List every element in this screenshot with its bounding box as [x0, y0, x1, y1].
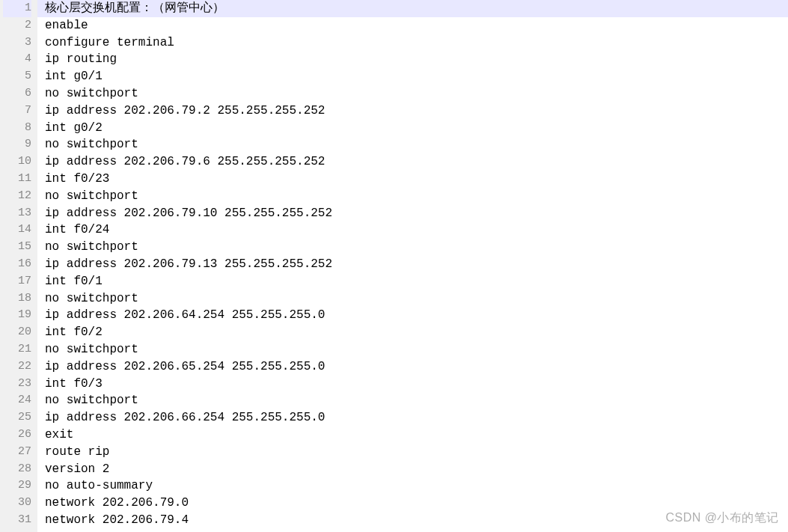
line-number: 13	[3, 205, 31, 222]
line-number: 6	[3, 85, 31, 103]
line-number: 7	[3, 103, 31, 120]
line-number: 23	[3, 376, 31, 393]
code-line[interactable]: int f0/24	[45, 221, 788, 239]
line-number: 19	[3, 307, 31, 324]
code-line[interactable]: version 2	[45, 461, 788, 478]
line-number: 26	[3, 426, 31, 444]
line-number: 9	[3, 136, 31, 153]
line-number: 27	[3, 444, 31, 461]
code-line[interactable]: ip address 202.206.64.254 255.255.255.0	[45, 307, 788, 324]
code-line[interactable]: 核心层交换机配置：（网管中心）	[37, 0, 788, 17]
code-line[interactable]: no switchport	[45, 85, 788, 103]
code-line[interactable]: ip address 202.206.65.254 255.255.255.0	[45, 358, 788, 376]
code-line[interactable]: ip address 202.206.79.13 255.255.255.252	[45, 256, 788, 273]
code-line[interactable]: network 202.206.79.0	[45, 495, 788, 512]
line-number: 29	[3, 477, 31, 495]
line-number-gutter: 1234567891011121314151617181920212223242…	[0, 0, 37, 532]
line-number: 1	[3, 0, 31, 17]
line-number: 22	[3, 358, 31, 376]
line-number: 10	[3, 153, 31, 171]
line-number: 12	[3, 188, 31, 205]
line-number: 25	[3, 409, 31, 426]
line-number: 30	[3, 495, 31, 512]
code-line[interactable]: int f0/3	[45, 376, 788, 393]
line-number: 11	[3, 171, 31, 188]
line-number: 24	[3, 392, 31, 409]
line-number: 17	[3, 273, 31, 290]
line-number: 28	[3, 461, 31, 478]
line-number: 2	[3, 17, 31, 34]
line-number: 8	[3, 120, 31, 137]
code-line[interactable]: ip address 202.206.79.2 255.255.255.252	[45, 103, 788, 120]
code-line[interactable]: no switchport	[45, 392, 788, 409]
code-line[interactable]: no switchport	[45, 239, 788, 256]
code-line[interactable]: ip address 202.206.79.6 255.255.255.252	[45, 153, 788, 171]
code-line[interactable]: int f0/23	[45, 171, 788, 188]
line-number: 21	[3, 341, 31, 358]
code-line[interactable]: exit	[45, 426, 788, 444]
code-line[interactable]: int f0/1	[45, 273, 788, 290]
line-number: 14	[3, 221, 31, 239]
code-line[interactable]: int g0/2	[45, 120, 788, 137]
line-number: 31	[3, 512, 31, 529]
code-editor: 1234567891011121314151617181920212223242…	[0, 0, 788, 532]
code-line[interactable]: configure terminal	[45, 34, 788, 52]
code-line[interactable]: int f0/2	[45, 324, 788, 341]
code-line[interactable]: no switchport	[45, 136, 788, 153]
watermark-text: CSDN @小布的笔记	[665, 510, 779, 526]
line-number: 18	[3, 290, 31, 308]
line-number: 5	[3, 68, 31, 85]
code-line[interactable]: ip address 202.206.79.10 255.255.255.252	[45, 205, 788, 222]
line-number: 3	[3, 34, 31, 52]
line-number: 16	[3, 256, 31, 273]
line-number: 15	[3, 239, 31, 256]
line-number: 20	[3, 324, 31, 341]
code-line[interactable]: route rip	[45, 444, 788, 461]
code-line[interactable]: int g0/1	[45, 68, 788, 85]
code-line[interactable]: no auto-summary	[45, 477, 788, 495]
code-content[interactable]: 核心层交换机配置：（网管中心）enableconfigure terminali…	[37, 0, 788, 532]
code-line[interactable]: ip routing	[45, 51, 788, 68]
code-line[interactable]: enable	[45, 17, 788, 34]
line-number: 4	[3, 51, 31, 68]
code-line[interactable]: no switchport	[45, 290, 788, 308]
code-line[interactable]: ip address 202.206.66.254 255.255.255.0	[45, 409, 788, 426]
code-line[interactable]: no switchport	[45, 341, 788, 358]
code-line[interactable]: no switchport	[45, 188, 788, 205]
